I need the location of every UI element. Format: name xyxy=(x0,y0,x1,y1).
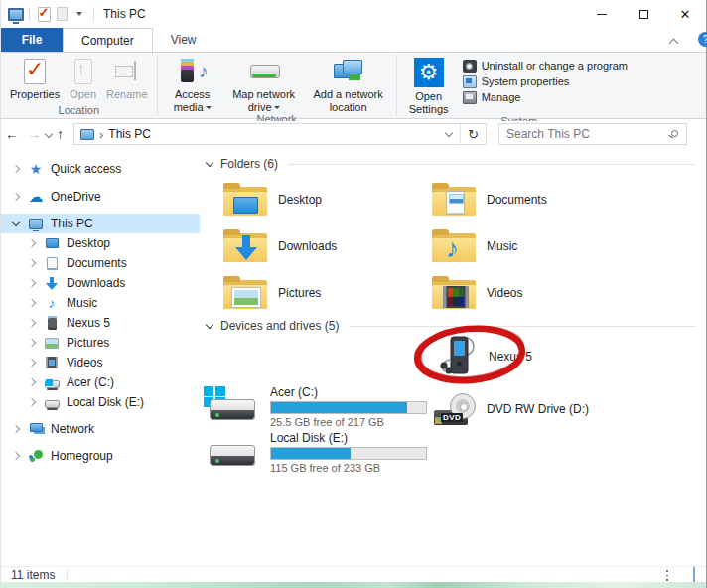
explorer-window: This PC ✕ File Computer View ? Propertie… xyxy=(0,0,707,588)
qat-properties-button[interactable] xyxy=(35,5,53,23)
open-icon xyxy=(72,58,94,85)
chevron-right-icon[interactable] xyxy=(28,279,36,287)
breadcrumb[interactable]: › This PC ↻ xyxy=(73,123,487,145)
qat-new-folder-button[interactable] xyxy=(53,5,71,23)
drive-tile-local-disk-e[interactable]: Local Disk (E:) 115 GB free of 233 GB xyxy=(210,431,427,474)
tab-file[interactable]: File xyxy=(1,28,63,52)
desktop-background-strip xyxy=(1,582,706,588)
devices-section-header[interactable]: Devices and drives (5) xyxy=(205,318,696,334)
folder-tile-pictures[interactable]: Pictures xyxy=(223,275,321,310)
forward-button[interactable]: → xyxy=(23,126,45,142)
qat-customize-button[interactable] xyxy=(71,5,88,23)
chevron-up-icon xyxy=(668,38,678,48)
divider xyxy=(349,326,696,327)
device-tile-nexus-5[interactable]: Nexus 5 xyxy=(438,334,532,379)
folder-tile-videos[interactable]: Videos xyxy=(432,275,522,310)
sidebar-item-network[interactable]: Network xyxy=(1,419,200,439)
up-button[interactable]: ↑ xyxy=(53,126,68,142)
desktop-screen-glyph xyxy=(233,197,258,214)
access-media-icon xyxy=(179,58,207,85)
status-bar: 11 items xyxy=(1,566,706,582)
collapse-ribbon-button[interactable] xyxy=(664,34,682,52)
sidebar-item-downloads[interactable]: Downloads xyxy=(1,273,200,293)
drive-tile-dvd-d[interactable]: DVD DVD RW Drive (D:) xyxy=(434,393,589,425)
chevron-right-icon[interactable] xyxy=(12,165,20,173)
breadcrumb-separator: › xyxy=(99,127,103,142)
sidebar-item-onedrive[interactable]: ☁ OneDrive xyxy=(1,187,200,207)
tab-computer[interactable]: Computer xyxy=(63,28,153,52)
help-icon[interactable]: ? xyxy=(698,32,707,47)
manage-button[interactable]: Manage xyxy=(459,89,632,105)
chevron-right-icon[interactable] xyxy=(12,452,20,460)
sidebar-item-pictures[interactable]: Pictures xyxy=(1,333,200,353)
open-button[interactable]: Open xyxy=(65,55,101,104)
sidebar-item-local-disk-e[interactable]: Local Disk (E:) xyxy=(1,392,200,412)
chevron-right-icon[interactable] xyxy=(28,319,36,327)
details-view-button[interactable] xyxy=(664,568,681,582)
add-network-location-button[interactable]: Add a network location xyxy=(305,55,392,113)
back-button[interactable]: ← xyxy=(1,126,23,142)
map-network-drive-button[interactable]: Map network drive xyxy=(223,55,305,113)
item-count: 11 items xyxy=(11,568,55,582)
chevron-down-icon xyxy=(206,158,213,166)
search-input[interactable] xyxy=(506,127,665,141)
search-icon[interactable] xyxy=(671,130,678,137)
chevron-down-icon[interactable] xyxy=(12,218,20,225)
breadcrumb-location[interactable]: This PC xyxy=(108,127,151,141)
chevron-right-icon[interactable] xyxy=(12,193,20,201)
folder-tile-desktop[interactable]: Desktop xyxy=(223,182,322,217)
address-dropdown-button[interactable] xyxy=(438,124,460,144)
folder-tile-music[interactable]: ♪ Music xyxy=(432,228,517,263)
sidebar-item-videos[interactable]: Videos xyxy=(1,353,200,372)
ribbon-group-location: Properties Open Rename Location xyxy=(1,53,157,118)
this-pc-icon xyxy=(28,216,44,231)
rename-icon xyxy=(115,58,139,85)
chevron-right-icon[interactable] xyxy=(28,299,36,307)
sidebar-item-desktop[interactable]: Desktop xyxy=(1,233,200,253)
chevron-right-icon[interactable] xyxy=(28,378,36,386)
sidebar-item-music[interactable]: ♪ Music xyxy=(1,293,200,313)
chevron-right-icon[interactable] xyxy=(28,259,36,267)
chevron-right-icon[interactable] xyxy=(28,398,36,406)
drive-tile-acer-c[interactable]: Acer (C:) 25.5 GB free of 217 GB xyxy=(210,385,427,428)
folders-section-header[interactable]: Folders (6) xyxy=(205,156,696,172)
drive-name: Acer (C:) xyxy=(270,385,427,399)
minimize-button[interactable] xyxy=(581,0,623,28)
navigation-pane: ★ Quick access ☁ OneDrive This PC Deskto… xyxy=(1,147,200,566)
search-box xyxy=(498,123,687,145)
large-icons-view-button[interactable] xyxy=(685,568,702,582)
disk-usage-fill xyxy=(271,402,407,413)
sidebar-item-homegroup[interactable]: Homegroup xyxy=(1,446,200,466)
chevron-right-icon[interactable] xyxy=(28,359,36,367)
sidebar-item-nexus-5[interactable]: Nexus 5 xyxy=(1,313,200,333)
maximize-button[interactable] xyxy=(623,0,664,28)
chevron-right-icon[interactable] xyxy=(12,425,20,433)
recent-locations-button[interactable] xyxy=(45,126,53,142)
chevron-right-icon[interactable] xyxy=(28,239,36,247)
access-media-button[interactable]: Access media xyxy=(162,55,223,113)
drive-name: Local Disk (E:) xyxy=(270,431,427,445)
rename-button[interactable]: Rename xyxy=(101,55,153,104)
uninstall-program-button[interactable]: Uninstall or change a program xyxy=(459,58,632,74)
sidebar-item-this-pc[interactable]: This PC xyxy=(1,214,200,233)
sidebar-item-quick-access[interactable]: ★ Quick access xyxy=(1,159,200,179)
sidebar-item-acer-c[interactable]: Acer (C:) xyxy=(1,372,200,392)
portable-media-player-icon xyxy=(438,334,478,379)
refresh-button[interactable]: ↻ xyxy=(460,124,486,144)
open-settings-button[interactable]: ⚙ Open Settings xyxy=(401,55,457,115)
drive-free-space: 115 GB free of 233 GB xyxy=(270,462,427,474)
desktop-icon xyxy=(44,235,60,251)
close-button[interactable]: ✕ xyxy=(664,0,706,28)
tab-view[interactable]: View xyxy=(153,28,214,52)
music-note-glyph: ♪ xyxy=(446,233,459,264)
sidebar-item-documents[interactable]: Documents xyxy=(1,253,200,273)
document-glyph xyxy=(446,191,465,215)
system-drive-icon xyxy=(44,374,60,390)
folder-tile-downloads[interactable]: Downloads xyxy=(223,228,337,263)
close-icon: ✕ xyxy=(680,8,691,21)
system-properties-button[interactable]: System properties xyxy=(459,74,632,89)
dropdown-caret-icon xyxy=(206,106,212,109)
properties-button[interactable]: Properties xyxy=(5,55,65,104)
chevron-right-icon[interactable] xyxy=(28,339,36,347)
folder-tile-documents[interactable]: Documents xyxy=(432,182,547,217)
